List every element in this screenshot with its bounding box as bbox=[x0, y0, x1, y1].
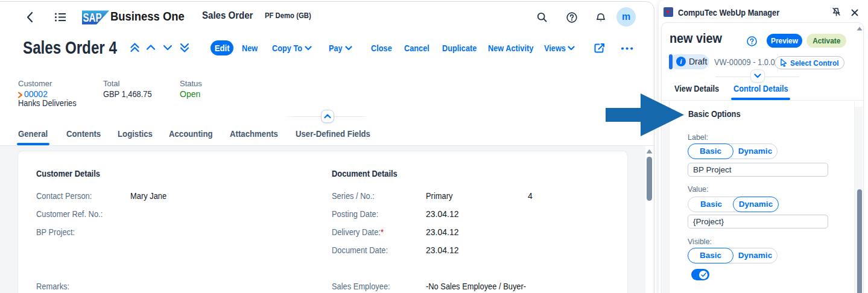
svg-text:SAP: SAP bbox=[83, 11, 102, 24]
